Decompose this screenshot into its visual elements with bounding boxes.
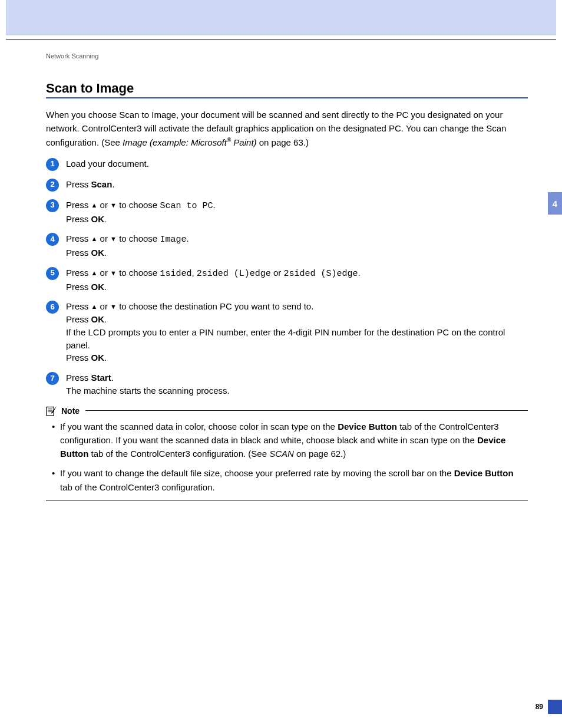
page-content: Network Scanning Scan to Image When you … bbox=[6, 39, 556, 500]
step: 2Press Scan. bbox=[46, 178, 528, 192]
note-heading: Note bbox=[46, 406, 528, 416]
chapter-tab: 4 bbox=[548, 192, 562, 215]
step-body: Press ▲ or ▼ to choose Image.Press OK. bbox=[66, 232, 528, 259]
footer-block bbox=[548, 700, 562, 714]
step-body: Press ▲ or ▼ to choose the destination P… bbox=[66, 300, 528, 364]
note-line bbox=[85, 410, 528, 411]
step-body: Press Start.The machine starts the scann… bbox=[66, 371, 528, 397]
intro-text-b: on page 63.) bbox=[257, 137, 309, 147]
note-list: If you want the scanned data in color, c… bbox=[46, 420, 528, 494]
step-body: Press ▲ or ▼ to choose Scan to PC.Press … bbox=[66, 199, 528, 226]
step: 5Press ▲ or ▼ to choose 1sided, 2sided (… bbox=[46, 266, 528, 294]
step-list: 1Load your document.2Press Scan.3Press ▲… bbox=[46, 157, 528, 397]
step-body: Press ▲ or ▼ to choose 1sided, 2sided (L… bbox=[66, 266, 528, 294]
step: 6Press ▲ or ▼ to choose the destination … bbox=[46, 300, 528, 364]
header-banner bbox=[6, 0, 556, 35]
note-end-rule bbox=[46, 500, 528, 500]
title-rule bbox=[46, 97, 528, 98]
intro-xref: Image (example: Microsoft® Paint) bbox=[123, 137, 256, 147]
step: 3Press ▲ or ▼ to choose Scan to PC.Press… bbox=[46, 199, 528, 226]
page-number: 89 bbox=[535, 703, 543, 711]
step-marker: 2 bbox=[46, 179, 59, 192]
step-marker: 1 bbox=[46, 158, 59, 171]
step-marker: 6 bbox=[46, 301, 59, 314]
step-body: Load your document. bbox=[66, 157, 528, 170]
note-item: If you want the scanned data in color, c… bbox=[46, 420, 528, 461]
step: 1Load your document. bbox=[46, 157, 528, 171]
step-marker: 3 bbox=[46, 199, 59, 212]
note-icon bbox=[46, 406, 58, 416]
note-label: Note bbox=[61, 406, 80, 416]
footer: 89 bbox=[535, 700, 562, 714]
step-marker: 4 bbox=[46, 233, 59, 246]
section-header: Network Scanning bbox=[46, 52, 528, 60]
step-body: Press Scan. bbox=[66, 178, 528, 191]
page-title: Scan to Image bbox=[46, 81, 528, 96]
note-item: If you want to change the default file s… bbox=[46, 466, 528, 494]
step: 4Press ▲ or ▼ to choose Image.Press OK. bbox=[46, 232, 528, 259]
step: 7Press Start.The machine starts the scan… bbox=[46, 371, 528, 397]
step-marker: 7 bbox=[46, 372, 59, 385]
intro-paragraph: When you choose Scan to Image, your docu… bbox=[46, 108, 528, 149]
step-marker: 5 bbox=[46, 267, 59, 280]
